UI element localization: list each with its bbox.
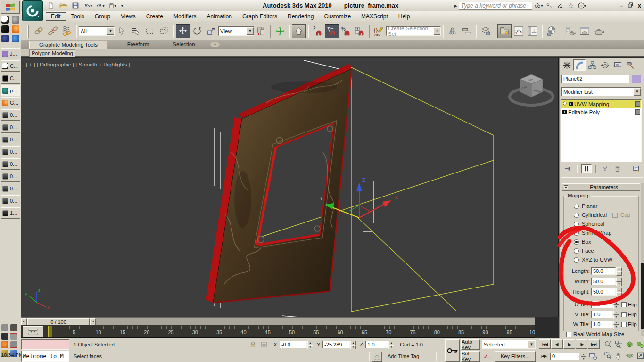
show-end-result-icon[interactable] <box>581 164 592 173</box>
render-production-icon[interactable] <box>592 24 606 38</box>
radio-icon[interactable] <box>574 222 579 227</box>
pin-stack-icon[interactable] <box>562 164 573 173</box>
taskbar-button-10[interactable]: 0... <box>1 171 20 182</box>
radio-icon-selected[interactable] <box>574 239 579 245</box>
radio-box[interactable]: Box <box>574 239 591 245</box>
taskbar-button-6[interactable]: 0... <box>1 122 20 133</box>
radio-face[interactable]: Face <box>574 248 594 254</box>
stack-item-uvw-mapping[interactable]: + UVW Mapping <box>561 100 641 108</box>
cap-checkbox[interactable] <box>612 213 618 218</box>
reference-coordinate-dropdown[interactable]: View▼ <box>218 26 254 36</box>
w-tile-field[interactable]: 1.0 <box>591 321 613 328</box>
default-in-out-tangent-icon[interactable] <box>482 351 493 361</box>
go-to-start-button[interactable]: |◀◀ <box>539 339 551 349</box>
y-spinner[interactable]: ▲▼ <box>350 341 356 348</box>
key-mode-toggle[interactable]: |◀▶| <box>539 352 549 361</box>
frame-back-button[interactable]: < <box>21 318 27 325</box>
mirror-icon[interactable] <box>446 24 460 38</box>
spinner-snap-toggle-icon[interactable] <box>353 24 367 38</box>
select-object-icon[interactable] <box>115 24 129 38</box>
radio-icon[interactable] <box>574 230 579 236</box>
viewport-orthographic[interactable]: X Y Z TOP LEFT FRONT z x y <box>21 58 559 317</box>
scrollbar-thumb[interactable] <box>641 263 644 329</box>
track-bar[interactable]: 0510152025303540455055606570758085909510… <box>21 325 535 338</box>
close-button[interactable]: x <box>638 2 641 9</box>
radio-shrink-wrap[interactable]: Shrink Wrap <box>574 230 611 236</box>
u-tile-spinner[interactable]: ▲▼ <box>613 301 619 308</box>
create-tab-icon[interactable] <box>561 59 573 71</box>
hierarchy-tab-icon[interactable] <box>586 59 598 71</box>
display-tab-icon[interactable] <box>611 59 624 71</box>
selection-lock-icon[interactable] <box>247 340 258 350</box>
menu-graph-editors[interactable]: Graph Editors <box>237 12 282 21</box>
frame-forward-button[interactable]: > <box>90 318 96 325</box>
time-slider-track[interactable]: < 0 / 100 > <box>21 317 535 325</box>
search-icon[interactable]: ▾ <box>534 1 543 10</box>
dropdown-arrow-icon[interactable]: ▼ <box>107 27 114 35</box>
w-tile-spinner[interactable]: ▲▼ <box>613 321 619 328</box>
taskbar-button-7[interactable]: 0... <box>1 134 20 145</box>
dropdown-arrow-icon[interactable]: ▼ <box>528 341 535 348</box>
open-file-button[interactable] <box>58 1 68 10</box>
zoom-extents-icon[interactable] <box>624 339 635 349</box>
tray-vlc-icon[interactable] <box>1 341 8 348</box>
width-spinner[interactable]: ▲▼ <box>616 278 622 285</box>
play-button[interactable]: ▶ <box>563 339 575 349</box>
gizmo-x-arrow[interactable] <box>382 200 391 207</box>
toolbar-grip[interactable] <box>27 25 29 38</box>
menu-create[interactable]: Create <box>141 12 168 21</box>
radio-icon[interactable] <box>574 248 579 254</box>
set-keys-button[interactable] <box>445 339 460 362</box>
picture-frame-model[interactable] <box>206 64 352 303</box>
curve-editor-icon[interactable] <box>512 24 526 38</box>
snaps-toggle-2d-icon[interactable]: 2 <box>311 24 325 38</box>
start-button[interactable] <box>1 1 20 14</box>
undo-button[interactable]: ▾ <box>83 1 93 10</box>
length-spinner[interactable]: ▲▼ <box>616 267 622 275</box>
current-frame-marker[interactable] <box>48 326 52 337</box>
z-spinner[interactable]: ▲▼ <box>388 341 394 348</box>
gizmo-z-arrow[interactable] <box>356 182 362 191</box>
fetch-button[interactable]: ▾ <box>107 1 117 10</box>
expand-icon[interactable]: + <box>569 102 573 106</box>
ribbon-tab-selection[interactable]: Selection <box>163 41 205 47</box>
redo-button[interactable]: ▾ <box>95 1 105 10</box>
maximize-viewport-toggle-icon[interactable] <box>635 351 644 360</box>
viewcube[interactable]: TOP LEFT FRONT <box>510 74 553 105</box>
select-and-link-icon[interactable] <box>32 24 46 38</box>
stack-item-editable-poly[interactable]: + Editable Poly <box>561 108 641 116</box>
viewport-label[interactable]: [ + ] [ Orthographic ] [ Smooth + Highli… <box>26 62 130 67</box>
motion-tab-icon[interactable] <box>599 59 611 71</box>
material-editor-icon[interactable] <box>545 24 559 38</box>
ribbon-panel-polygon-modeling[interactable]: Polygon Modeling <box>29 49 75 57</box>
set-key-button[interactable]: Set Key <box>461 351 480 362</box>
radio-spherical[interactable]: Spherical <box>574 221 604 227</box>
menu-group[interactable]: Group <box>90 12 116 21</box>
make-unique-icon[interactable] <box>600 164 611 173</box>
redo-dropdown-icon[interactable]: ▾ <box>102 4 104 8</box>
viewcube-top-label[interactable]: TOP <box>527 78 533 81</box>
rendered-frame-window-icon[interactable] <box>578 24 592 38</box>
taskbar-button-13[interactable]: 1... <box>1 207 20 219</box>
quicklaunch-thunderbird-icon[interactable] <box>12 35 19 42</box>
subscription-key-icon[interactable] <box>545 1 554 10</box>
utilities-tab-icon[interactable] <box>624 59 636 71</box>
visibility-bulb-icon[interactable] <box>562 101 567 107</box>
add-time-tag[interactable]: Add Time Tag <box>386 352 437 361</box>
taskbar-button-11[interactable]: 0... <box>1 183 20 194</box>
ribbon-tab-graphite[interactable]: Graphite Modeling Tools <box>29 41 107 49</box>
render-setup-icon[interactable] <box>563 24 578 38</box>
rectangular-selection-region-icon[interactable] <box>143 24 157 38</box>
panel-scrollbar[interactable] <box>641 183 644 336</box>
angle-snap-toggle-icon[interactable] <box>325 24 339 38</box>
ribbon-tab-freeform[interactable]: Freeform <box>117 41 159 47</box>
maxscript-listener-pink[interactable] <box>21 339 69 350</box>
region-zoom-icon[interactable] <box>603 351 613 360</box>
zoom-extents-all-icon[interactable] <box>635 339 644 349</box>
layer-manager-icon[interactable] <box>479 24 493 38</box>
z-coordinate-field[interactable]: 1.0 <box>365 341 388 348</box>
v-tile-field[interactable]: 1.0 <box>591 311 613 318</box>
v-tile-spinner[interactable]: ▲▼ <box>613 311 619 318</box>
keyboard-shortcut-override-icon[interactable] <box>292 24 306 38</box>
x-spinner[interactable]: ▲▼ <box>307 341 313 348</box>
